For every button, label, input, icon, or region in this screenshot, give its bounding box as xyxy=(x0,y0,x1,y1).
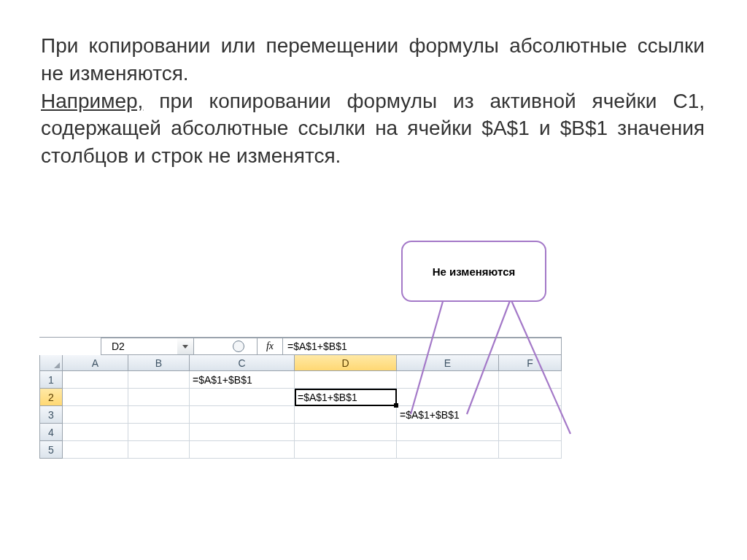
cell-c3[interactable] xyxy=(190,406,295,424)
fx-icon[interactable]: fx xyxy=(258,338,283,355)
cell-f2[interactable] xyxy=(499,389,562,406)
cell-a1[interactable] xyxy=(63,371,128,389)
cell-e2[interactable] xyxy=(397,389,499,406)
col-header-a[interactable]: A xyxy=(63,355,128,371)
cell-a3[interactable] xyxy=(63,406,128,424)
cell-a5[interactable] xyxy=(63,441,128,459)
name-box[interactable]: D2 xyxy=(101,338,177,355)
paragraph-1: При копировании или перемещении формулы … xyxy=(41,34,705,85)
name-box-dropdown-icon[interactable] xyxy=(177,338,194,355)
row-header-5[interactable]: 5 xyxy=(39,441,63,459)
formula-bar-row: D2 fx =$A$1+$B$1 xyxy=(39,337,562,355)
excel-screenshot: D2 fx =$A$1+$B$1 A B C D E F 1 =$A$1+$B$ xyxy=(39,337,562,459)
cell-b1[interactable] xyxy=(128,371,190,389)
row-header-1[interactable]: 1 xyxy=(39,371,63,389)
example-lead: Например, xyxy=(41,90,143,112)
cell-a4[interactable] xyxy=(63,424,128,441)
cell-b3[interactable] xyxy=(128,406,190,424)
col-header-b[interactable]: B xyxy=(128,355,190,371)
row-header-3[interactable]: 3 xyxy=(39,406,63,424)
cell-f3[interactable] xyxy=(499,406,562,424)
cell-f4[interactable] xyxy=(499,424,562,441)
cell-d5[interactable] xyxy=(295,441,397,459)
cell-b4[interactable] xyxy=(128,424,190,441)
col-header-c[interactable]: C xyxy=(190,355,295,371)
cell-d2[interactable]: =$A$1+$B$1 xyxy=(295,389,397,406)
cell-c1[interactable]: =$A$1+$B$1 xyxy=(190,371,295,389)
cell-f1[interactable] xyxy=(499,371,562,389)
cell-d3[interactable] xyxy=(295,406,397,424)
select-all-corner[interactable] xyxy=(39,355,63,371)
cell-e3[interactable]: =$A$1+$B$1 xyxy=(397,406,499,424)
row-header-4[interactable]: 4 xyxy=(39,424,63,441)
formula-bar[interactable]: =$A$1+$B$1 xyxy=(283,338,562,355)
callout-label: Не изменяются xyxy=(433,265,516,278)
cell-f5[interactable] xyxy=(499,441,562,459)
cell-a2[interactable] xyxy=(63,389,128,406)
col-header-e[interactable]: E xyxy=(397,355,499,371)
cell-b2[interactable] xyxy=(128,389,190,406)
col-header-d[interactable]: D xyxy=(295,355,397,371)
cell-d1[interactable] xyxy=(295,371,397,389)
formula-cancel-icon[interactable] xyxy=(220,338,258,355)
cell-c2[interactable] xyxy=(190,389,295,406)
callout-bubble: Не изменяются xyxy=(401,241,546,302)
row-header-2[interactable]: 2 xyxy=(39,389,63,406)
cell-e1[interactable] xyxy=(397,371,499,389)
column-headers: A B C D E F xyxy=(63,355,562,371)
cell-c4[interactable] xyxy=(190,424,295,441)
cell-b5[interactable] xyxy=(128,441,190,459)
cell-e5[interactable] xyxy=(397,441,499,459)
body-text: При копировании или перемещении формулы … xyxy=(41,32,705,170)
col-header-f[interactable]: F xyxy=(499,355,562,371)
cell-e4[interactable] xyxy=(397,424,499,441)
cell-c5[interactable] xyxy=(190,441,295,459)
cell-d4[interactable] xyxy=(295,424,397,441)
